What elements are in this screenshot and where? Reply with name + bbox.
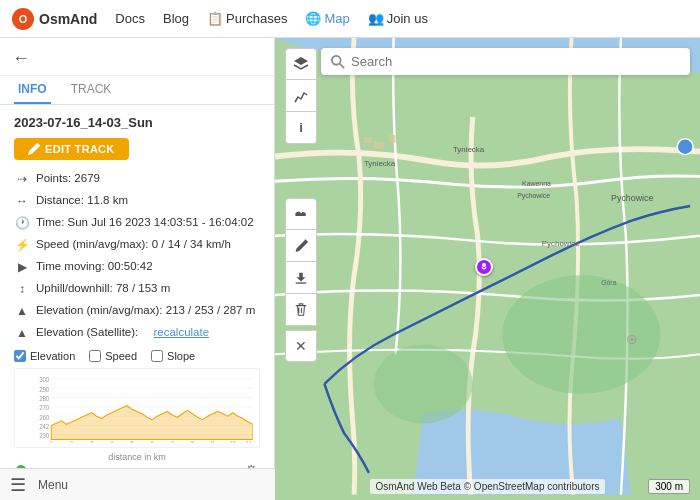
main-layout: ← INFO TRACK 2023-07-16_14-03_Sun EDIT T… — [0, 38, 700, 500]
points-icon: ⇢ — [14, 170, 30, 188]
elevation-chart: 300 290 280 270 260 242 230 1 2 3 4 5 6 — [14, 368, 260, 448]
track-title: 2023-07-16_14-03_Sun — [14, 115, 260, 130]
hamburger-icon[interactable]: ☰ — [10, 474, 26, 496]
recalculate-link[interactable]: recalculate — [153, 324, 209, 341]
svg-text:Góra: Góra — [601, 279, 617, 286]
info-button[interactable]: i — [285, 112, 317, 144]
svg-text:242: 242 — [39, 423, 49, 430]
close-icon: ✕ — [295, 338, 307, 354]
osmand-logo-icon: O — [12, 8, 34, 30]
svg-text:Kawenna: Kawenna — [522, 180, 551, 187]
trash-icon — [294, 303, 308, 317]
cloud-icon — [293, 206, 309, 222]
elevation-path — [51, 406, 253, 440]
map-area[interactable]: Pychowice Pychowice Góra Tyniecka Tyniec… — [275, 38, 700, 500]
svg-text:11.8: 11.8 — [246, 440, 253, 443]
svg-point-35 — [677, 139, 693, 155]
time-icon: 🕐 — [14, 214, 30, 232]
join-icon: 👥 — [368, 11, 384, 26]
svg-text:2: 2 — [70, 440, 73, 443]
elevation-checkbox[interactable]: Elevation — [14, 350, 75, 362]
svg-text:260: 260 — [39, 413, 49, 420]
chart-x-label: distance in km — [14, 452, 260, 462]
svg-text:5: 5 — [131, 440, 134, 443]
track-marker — [475, 258, 493, 276]
search-input[interactable] — [351, 54, 680, 69]
info-distance: ↔ Distance: 11.8 km — [14, 192, 260, 210]
map-scale: 300 m — [648, 479, 690, 494]
logo[interactable]: O OsmAnd — [12, 8, 97, 30]
moving-icon: ▶ — [14, 258, 30, 276]
info-speed: ⚡ Speed (min/avg/max): 0 / 14 / 34 km/h — [14, 236, 260, 254]
tab-track[interactable]: TRACK — [67, 76, 116, 104]
svg-text:⊕: ⊕ — [626, 331, 638, 347]
elevation-icon: ▲ — [14, 302, 30, 320]
logo-text: OsmAnd — [39, 11, 97, 27]
layers-icon — [293, 56, 309, 72]
svg-text:Tyniecka: Tyniecka — [453, 145, 485, 154]
slope-checkbox-input[interactable] — [151, 350, 163, 362]
info-time-moving: ▶ Time moving: 00:50:42 — [14, 258, 260, 276]
nav-join[interactable]: 👥 Join us — [368, 11, 428, 26]
purchases-icon: 📋 — [207, 11, 223, 26]
search-icon — [331, 55, 345, 69]
close-map-button[interactable]: ✕ — [285, 330, 317, 362]
svg-text:290: 290 — [39, 385, 49, 392]
download-map-button[interactable] — [285, 262, 317, 294]
svg-point-40 — [332, 55, 341, 64]
download-icon — [294, 271, 308, 285]
svg-rect-42 — [296, 282, 307, 283]
svg-text:300: 300 — [39, 376, 49, 383]
nav-map[interactable]: 🌐 Map — [305, 11, 349, 26]
svg-text:6: 6 — [151, 440, 154, 443]
speed-checkbox[interactable]: Speed — [89, 350, 137, 362]
svg-text:Pychowice: Pychowice — [611, 193, 653, 203]
slope-checkbox[interactable]: Slope — [151, 350, 195, 362]
tab-bar: INFO TRACK — [0, 76, 274, 105]
svg-rect-38 — [389, 135, 396, 143]
nav-blog[interactable]: Blog — [163, 11, 189, 26]
map-action-buttons: ✕ — [285, 198, 317, 362]
elevation-checkbox-input[interactable] — [14, 350, 26, 362]
map-toolbar: i — [285, 48, 317, 144]
svg-text:3: 3 — [90, 440, 93, 443]
svg-rect-36 — [364, 137, 372, 143]
chart-button[interactable] — [285, 80, 317, 112]
distance-icon: ↔ — [14, 192, 30, 210]
tab-info[interactable]: INFO — [14, 76, 51, 104]
svg-text:Pychowice: Pychowice — [542, 239, 580, 248]
svg-text:10: 10 — [230, 440, 236, 443]
delete-button[interactable] — [285, 294, 317, 326]
pencil-button[interactable] — [285, 230, 317, 262]
cloud-button[interactable] — [285, 198, 317, 230]
svg-text:Tyniecka: Tyniecka — [364, 159, 396, 168]
chart-options: Elevation Speed Slope — [14, 350, 260, 362]
svg-text:9: 9 — [211, 440, 214, 443]
info-elevation: ▲ Elevation (min/avg/max): 213 / 253 / 2… — [14, 302, 260, 320]
chart-icon — [294, 89, 308, 103]
info-uphill: ↕ Uphill/downhill: 78 / 153 m — [14, 280, 260, 298]
speed-checkbox-input[interactable] — [89, 350, 101, 362]
hiker-icon — [479, 262, 489, 272]
svg-text:8: 8 — [191, 440, 194, 443]
svg-rect-37 — [374, 142, 384, 149]
info-elevation-satellite: ▲ Elevation (Satellite): recalculate — [14, 324, 260, 342]
satellite-icon: ▲ — [14, 324, 30, 342]
svg-text:280: 280 — [39, 395, 49, 402]
info-time: 🕐 Time: Sun Jul 16 2023 14:03:51 - 16:04… — [14, 214, 260, 232]
layers-button[interactable] — [285, 48, 317, 80]
back-button[interactable]: ← — [12, 48, 30, 69]
panel-content: 2023-07-16_14-03_Sun EDIT TRACK ⇢ Points… — [0, 105, 274, 500]
edit-icon — [28, 143, 40, 155]
svg-text:230: 230 — [39, 432, 49, 439]
chart-svg: 300 290 280 270 260 242 230 1 2 3 4 5 6 — [21, 373, 253, 443]
nav-docs[interactable]: Docs — [115, 11, 145, 26]
nav-purchases[interactable]: 📋 Purchases — [207, 11, 287, 26]
uphill-icon: ↕ — [14, 280, 30, 298]
info-icon: i — [299, 120, 303, 135]
edit-track-button[interactable]: EDIT TRACK — [14, 138, 129, 160]
map-attribution: OsmAnd Web Beta © OpenStreetMap contribu… — [370, 479, 606, 494]
map-globe-icon: 🌐 — [305, 11, 321, 26]
svg-text:1: 1 — [50, 440, 53, 443]
menu-label[interactable]: Menu — [38, 478, 68, 492]
